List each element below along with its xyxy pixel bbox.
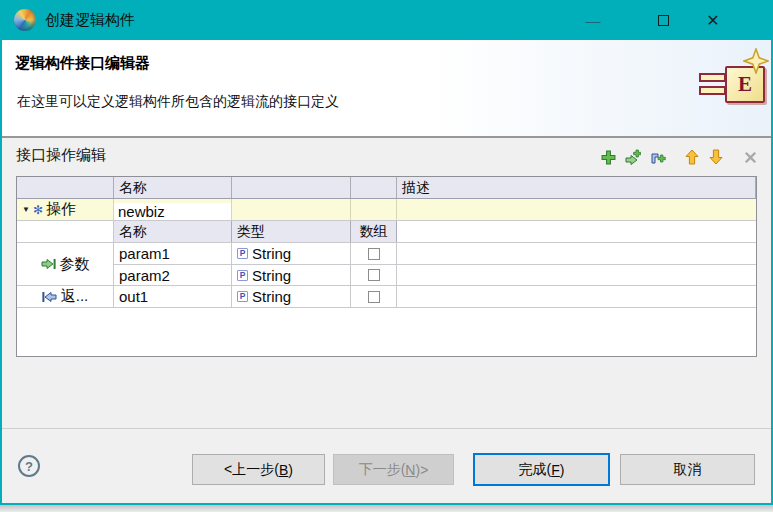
back-mnemonic: B [279,462,288,478]
table-header-row: 名称 描述 [17,177,756,199]
add-parameter-button[interactable] [624,148,642,166]
interface-port-icon [699,73,726,82]
help-icon: ? [25,459,33,474]
table-row[interactable]: out1 P String [114,286,756,307]
parameters-label: 参数 [60,255,90,274]
next-label-suffix: )> [415,462,428,478]
table-row[interactable]: param2 P String [114,264,756,285]
param-type-value: String [252,245,291,262]
add-output-button[interactable] [649,148,667,166]
operation-row[interactable]: ▼ ✻ 操作 newbiz [17,199,756,221]
input-arrow-icon [41,258,56,270]
sub-header-row: 名称 类型 数组 [17,221,756,243]
array-checkbox[interactable] [368,269,380,281]
operation-name-cell[interactable]: newbiz [114,199,232,220]
param-array-cell[interactable] [351,265,397,285]
add-parameter-icon [625,149,641,165]
move-down-button[interactable] [707,148,725,166]
param-name-cell[interactable]: param2 [114,265,232,285]
wizard-banner-icon: E [697,48,769,112]
sparkle-icon [743,48,769,74]
add-operation-icon [601,150,616,165]
operation-blank-cell[interactable] [351,199,397,220]
operation-label-cell[interactable]: ▼ ✻ 操作 [17,199,114,220]
operation-gear-icon: ✻ [33,203,43,217]
return-type-value: String [252,288,291,305]
table-row[interactable]: param1 P String [114,243,756,264]
param-array-cell[interactable] [351,243,397,264]
param-type-cell[interactable]: P String [232,243,351,264]
operation-blank-cell[interactable] [232,199,351,220]
cancel-button[interactable]: 取消 [620,454,755,485]
param-type-cell[interactable]: P String [232,265,351,285]
create-logic-component-dialog: 创建逻辑构件 — ✕ 逻辑构件接口编辑器 在这里可以定义逻辑构件所包含的逻辑流的… [0,0,773,505]
close-button[interactable]: ✕ [690,0,736,40]
return-name-cell[interactable]: out1 [114,286,232,307]
page-title: 逻辑构件接口编辑器 [15,54,150,73]
maximize-button[interactable] [640,0,686,40]
table-empty-area [17,308,756,356]
back-label-suffix: ) [288,462,293,478]
header-blank [232,177,351,198]
back-button[interactable]: <上一步(B) [192,454,325,485]
add-operation-button[interactable] [599,148,617,166]
return-label-cell[interactable]: 返... [17,286,114,307]
maximize-icon [658,15,669,26]
operation-name-value[interactable]: newbiz [114,203,231,220]
titlebar: 创建逻辑构件 — ✕ [2,0,771,40]
return-type-cell[interactable]: P String [232,286,351,307]
minimize-button[interactable]: — [570,0,616,40]
parameters-group: 参数 param1 P String [17,243,756,286]
move-up-button[interactable] [683,148,701,166]
finish-label-suffix: ) [560,462,565,478]
header-blank [351,177,397,198]
param-description-cell[interactable] [397,265,756,285]
type-icon: P [237,291,248,302]
parameters-label-cell[interactable]: 参数 [17,243,114,285]
cancel-label: 取消 [674,461,702,479]
wizard-banner: 逻辑构件接口编辑器 在这里可以定义逻辑构件所包含的逻辑流的接口定义 E [2,40,771,138]
param-name-value: param2 [119,267,170,284]
return-array-cell[interactable] [351,286,397,307]
page-description: 在这里可以定义逻辑构件所包含的逻辑流的接口定义 [17,93,339,111]
finish-button[interactable]: 完成(F) [473,453,610,486]
type-icon: P [237,270,248,281]
subheader-type: 类型 [232,221,351,242]
delete-button[interactable] [741,148,759,166]
section-label: 接口操作编辑 [16,146,106,165]
app-logo-icon [14,9,36,31]
return-name-value: out1 [119,288,148,305]
finish-mnemonic: F [551,462,560,478]
close-icon: ✕ [706,11,719,30]
param-name-value: param1 [119,245,170,262]
param-name-cell[interactable]: param1 [114,243,232,264]
minimize-icon: — [586,12,601,29]
banner-letter: E [738,72,752,97]
window-title: 创建逻辑构件 [45,11,135,30]
next-mnemonic: N [405,462,415,478]
next-button: 下一步(N)> [333,454,454,485]
delete-icon [744,151,757,164]
table-toolbar [599,148,759,166]
header-blank [17,177,114,198]
type-icon: P [237,248,248,259]
move-down-icon [708,149,724,165]
window-shadow [0,505,773,512]
add-output-icon [650,149,666,165]
interface-port-icon [699,86,726,95]
subheader-blank [397,221,756,242]
header-description: 描述 [397,177,756,198]
help-button[interactable]: ? [18,455,40,477]
array-checkbox[interactable] [368,291,380,303]
return-label: 返... [61,287,89,306]
header-name: 名称 [114,177,232,198]
return-description-cell[interactable] [397,286,756,307]
subheader-array: 数组 [351,221,397,242]
move-up-icon [684,149,700,165]
content-area: 接口操作编辑 [2,140,771,428]
array-checkbox[interactable] [368,248,380,260]
operation-description-cell[interactable] [397,199,756,220]
param-description-cell[interactable] [397,243,756,264]
operations-table: 名称 描述 ▼ ✻ 操作 newbiz 名称 [16,176,757,357]
expander-icon[interactable]: ▼ [22,205,30,214]
